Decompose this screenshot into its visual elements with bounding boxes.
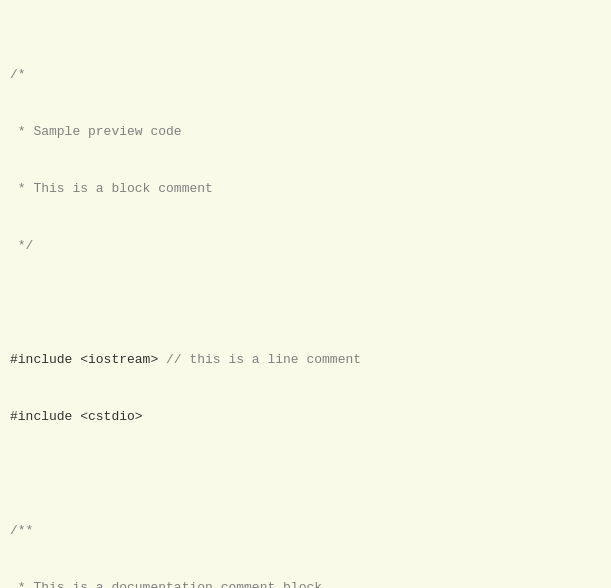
block-comment: * This is a block comment [10, 181, 213, 196]
line-10: * This is a documentation comment block [10, 578, 601, 588]
include-cstdio: #include <cstdio> [10, 409, 143, 424]
doc-comment-start: /** [10, 523, 33, 538]
line-2: * Sample preview code [10, 122, 601, 141]
doc-comment-body: * This is a documentation comment block [10, 580, 322, 588]
line-7: #include <cstdio> [10, 407, 601, 426]
line-5 [10, 293, 601, 312]
line-8 [10, 464, 601, 483]
line-4: */ [10, 236, 601, 255]
line-6: #include <iostream> // this is a line co… [10, 350, 601, 369]
code-editor: /* * Sample preview code * This is a blo… [0, 0, 611, 588]
block-comment: * Sample preview code [10, 124, 182, 139]
line-3: * This is a block comment [10, 179, 601, 198]
line-comment: // this is a line comment [166, 352, 361, 367]
line-9: /** [10, 521, 601, 540]
block-comment: /* [10, 67, 26, 82]
include-iostream: #include <iostream> [10, 352, 166, 367]
block-comment: */ [10, 238, 33, 253]
line-1: /* [10, 65, 601, 84]
